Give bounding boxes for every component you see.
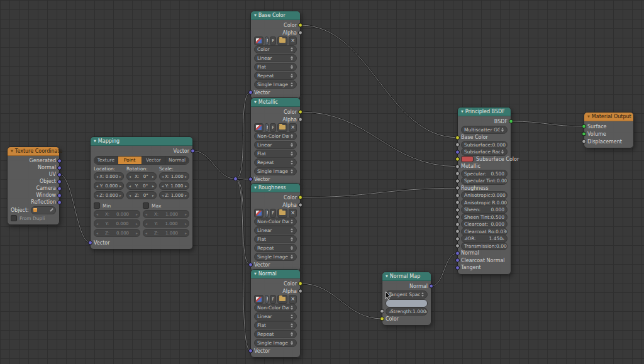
min-y-field[interactable]: ◂Y:0.000▸ [94,219,140,228]
node-header[interactable]: ▼ Material Output [584,113,633,121]
max-y-field[interactable]: ◂Y:1.000▸ [143,219,189,228]
tab-point[interactable]: Point [118,157,142,164]
tab-normal[interactable]: Normal [165,157,189,164]
strength-field[interactable]: ◂Strength:1.000▸ [386,307,428,316]
image-browse-button[interactable] [254,36,264,45]
increment-arrow-icon[interactable]: ▸ [185,184,187,188]
rotation-x-field[interactable]: ◂X:0°▸ [126,172,157,180]
socket-color-in[interactable] [380,317,384,321]
node-image-texture-normal[interactable]: ▼ Normal Color Alpha MoCa F × Non-Color … [250,269,301,358]
open-image-button[interactable] [277,36,287,45]
socket-transmission-in[interactable] [455,244,460,248]
max-checkbox[interactable] [143,202,149,209]
interpolation-select[interactable]: Linear [254,141,297,149]
from-dupli-checkbox[interactable] [11,215,17,221]
socket-sheen-tint-in[interactable] [455,215,460,219]
source-select[interactable]: Single Image [254,339,297,347]
socket-generated-out[interactable] [57,158,62,163]
extension-select[interactable]: Repeat [254,244,297,252]
socket-clearcoat-in[interactable] [455,222,460,226]
max-z-field[interactable]: ◂Z:1.000▸ [143,229,189,237]
interpolation-select[interactable]: Linear [254,54,297,62]
socket-bsdf-out[interactable] [509,119,513,124]
increment-arrow-icon[interactable]: ▸ [119,184,121,188]
decrement-arrow-icon[interactable]: ◂ [162,174,164,179]
decrement-arrow-icon[interactable]: ◂ [96,193,98,197]
socket-color-out[interactable] [298,196,303,200]
socket-specular-in[interactable] [455,172,460,176]
increment-arrow-icon[interactable]: ▸ [152,184,154,188]
socket-normal-out[interactable] [429,284,433,289]
node-header[interactable]: ▼ Principled BSDF [458,108,511,116]
scale-z-field[interactable]: ◂Z:1.000▸ [159,191,189,199]
image-name-field[interactable]: MoCa [265,209,269,218]
rotation-y-field[interactable]: ◂Y:0°▸ [126,182,157,190]
socket-base-color-in[interactable] [455,135,460,140]
socket-clearcoat-normal-in[interactable] [455,258,460,263]
increment-arrow-icon[interactable]: ▸ [185,174,187,179]
min-checkbox[interactable] [94,202,100,209]
socket-subsurface-in[interactable] [455,143,460,147]
socket-clearcoat-roughness-in[interactable] [455,229,460,234]
socket-anisotropic-in[interactable] [455,193,460,197]
collapse-triangle-icon[interactable]: ▼ [587,115,590,118]
location-x-field[interactable]: ◂X:0.000▸ [94,172,124,180]
location-z-field[interactable]: ◂Z:0.000▸ [94,191,124,199]
node-header[interactable]: ▼ Normal Map [382,272,431,281]
socket-vector-in[interactable] [88,241,92,245]
collapse-triangle-icon[interactable]: ▼ [254,272,257,275]
collapse-triangle-icon[interactable]: ▼ [254,186,257,189]
socket-metallic-in[interactable] [455,164,460,168]
socket-alpha-out[interactable] [298,203,303,207]
node-texture-coordinate[interactable]: ▼ Texture Coordinate Generated Normal UV… [7,146,60,225]
node-header[interactable]: ▼ Base Color [251,11,300,20]
socket-roughness-in[interactable] [455,186,460,190]
unlink-image-button[interactable]: × [289,123,297,132]
colorspace-select[interactable]: Non-Color Data [254,132,297,140]
increment-arrow-icon[interactable]: ▸ [185,193,187,197]
socket-vector-in[interactable] [248,263,253,267]
image-browse-button[interactable] [254,295,264,304]
extension-select[interactable]: Repeat [254,330,297,338]
projection-select[interactable]: Flat [254,321,297,329]
source-select[interactable]: Single Image [254,167,297,175]
image-name-field[interactable]: MoCa [265,123,269,132]
increment-arrow-icon[interactable]: ▸ [119,174,121,179]
open-image-button[interactable] [277,209,287,218]
collapse-triangle-icon[interactable]: ▼ [11,150,13,153]
socket-alpha-out[interactable] [298,31,303,35]
socket-subsurface-color-in[interactable] [455,157,460,162]
specular-tint-field[interactable]: Specular Tint:0.000 [461,177,508,185]
subsurface-color-swatch[interactable] [461,156,474,162]
fake-user-button[interactable]: F [270,36,276,45]
node-header[interactable]: ▼ Mapping [91,137,192,146]
fake-user-button[interactable]: F [270,123,276,132]
socket-subsurface-radius-in[interactable] [455,150,460,154]
location-y-field[interactable]: ◂Y:0.000▸ [94,182,124,190]
interpolation-select[interactable]: Linear [254,226,297,234]
collapse-triangle-icon[interactable]: ▼ [386,275,388,278]
extension-select[interactable]: Repeat [254,158,297,167]
node-image-texture-base-color[interactable]: ▼ Base Color Color Alpha MoCa F × Color … [250,11,301,99]
image-browse-button[interactable] [254,209,264,218]
socket-sheen-in[interactable] [455,207,460,212]
source-select[interactable]: Single Image [254,253,297,261]
node-material-output[interactable]: ▼ Material Output Surface Volume Displac… [584,112,634,148]
socket-alpha-out[interactable] [298,118,303,122]
increment-arrow-icon[interactable]: ▸ [119,193,121,197]
node-header[interactable]: ▼ Roughness [251,184,300,192]
source-select[interactable]: Single Image [254,80,297,89]
decrement-arrow-icon[interactable]: ◂ [96,184,98,188]
tab-vector[interactable]: Vector [142,157,166,164]
socket-color-out[interactable] [298,110,303,114]
collapse-triangle-icon[interactable]: ▼ [254,101,257,104]
unlink-image-button[interactable]: × [289,295,297,304]
object-field[interactable] [31,206,56,214]
socket-color-out[interactable] [298,23,303,28]
socket-uv-out[interactable] [57,172,62,177]
socket-window-out[interactable] [57,193,62,197]
rotation-z-field[interactable]: ◂Z:0°▸ [126,191,157,199]
socket-specular-tint-in[interactable] [455,179,460,183]
reroute-node[interactable] [233,177,238,181]
socket-vector-out[interactable] [191,149,195,153]
